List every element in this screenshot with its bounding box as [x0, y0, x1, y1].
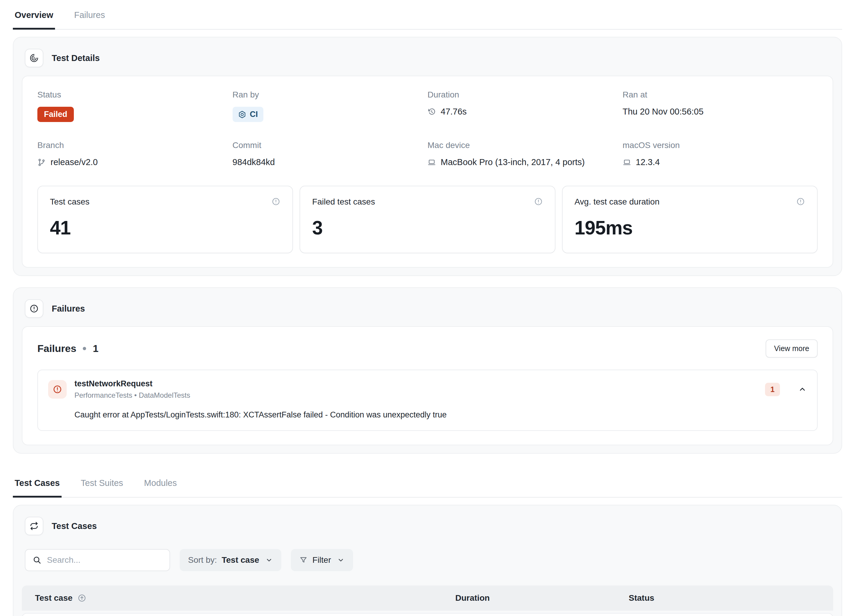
ci-badge: CI: [233, 107, 264, 122]
failure-count-badge: 1: [765, 383, 780, 396]
target-icon: [25, 49, 43, 67]
tab-modules[interactable]: Modules: [142, 475, 179, 498]
info-icon[interactable]: [534, 197, 543, 206]
field-mac-device: Mac device MacBook Pro (13-inch, 2017, 4…: [428, 141, 623, 167]
chevron-up-icon[interactable]: [798, 385, 807, 394]
failure-suites: PerformanceTests • DataModelTests: [74, 391, 190, 400]
test-cases-header: Test Cases: [25, 517, 833, 535]
clock-history-icon: [428, 108, 436, 116]
failures-card: Failures Failures 1 View more testNetwo: [13, 287, 842, 454]
git-branch-icon: [37, 158, 46, 167]
macos-version-value: 12.3.4: [636, 157, 660, 167]
failures-heading-row: Failures 1 View more: [37, 339, 818, 358]
funnel-icon: [299, 556, 308, 564]
table-header: Test case Duration Status: [22, 585, 833, 611]
sort-by-dropdown[interactable]: Sort by: Test case: [180, 549, 281, 571]
column-test-case: Test case: [35, 593, 455, 603]
metric-avg-duration: Avg. test case duration 195ms: [562, 186, 818, 253]
failure-item: testNetworkRequest PerformanceTests • Da…: [37, 369, 818, 431]
field-ran-at-label: Ran at: [623, 90, 818, 100]
failure-message: Caught error at AppTests/LoginTests.swif…: [74, 410, 807, 420]
search-input[interactable]: [47, 555, 162, 565]
metric-test-cases-label: Test cases: [50, 197, 89, 207]
failure-item-row[interactable]: testNetworkRequest PerformanceTests • Da…: [48, 379, 807, 400]
metric-test-cases: Test cases 41: [37, 186, 293, 253]
test-cases-toolbar: Sort by: Test case Filter: [25, 549, 833, 571]
failures-count: 1: [93, 343, 98, 354]
failures-heading: Failures: [37, 343, 76, 354]
field-commit: Commit 984dk84kd: [233, 141, 428, 167]
field-ran-by-label: Ran by: [233, 90, 428, 100]
content-tabbar: Test Cases Test Suites Modules: [13, 468, 842, 498]
test-details-card: Test Details Status Failed Ran by: [13, 37, 842, 276]
sort-asc-icon[interactable]: [77, 594, 86, 602]
ran-at-value: Thu 20 Nov 00:56:05: [623, 107, 704, 116]
info-icon[interactable]: [271, 197, 280, 206]
test-details-header: Test Details: [25, 49, 833, 67]
ci-badge-label: CI: [250, 110, 258, 119]
column-duration: Duration: [455, 593, 629, 603]
tab-failures[interactable]: Failures: [72, 7, 107, 30]
field-ran-at: Ran at Thu 20 Nov 00:56:05: [623, 90, 818, 122]
test-details-title: Test Details: [52, 53, 100, 63]
failures-title: Failures: [52, 304, 85, 314]
status-failed-badge: Failed: [37, 107, 74, 122]
metric-failed-value: 3: [312, 217, 542, 239]
duration-value: 47.76s: [441, 107, 467, 116]
field-commit-label: Commit: [233, 141, 428, 150]
laptop-icon: [623, 158, 631, 167]
tab-test-suites[interactable]: Test Suites: [79, 475, 125, 498]
sort-by-label: Sort by:: [188, 555, 217, 565]
search-box: [25, 549, 170, 571]
column-duration-label: Duration: [455, 593, 490, 603]
tab-test-cases[interactable]: Test Cases: [13, 475, 61, 498]
metric-avg-duration-label: Avg. test case duration: [575, 197, 659, 207]
details-grid: Status Failed Ran by CI: [37, 90, 818, 167]
sort-by-value: Test case: [222, 555, 259, 565]
test-cases-card: Test Cases Sort by: Test case: [13, 505, 842, 616]
test-details-panel: Status Failed Ran by CI: [22, 76, 833, 268]
column-status-label: Status: [629, 593, 654, 603]
tab-overview[interactable]: Overview: [13, 7, 55, 30]
filter-dropdown[interactable]: Filter: [291, 549, 353, 571]
test-cases-table: Test case Duration Status testCacheHit: [22, 585, 833, 616]
page-tabbar: Overview Failures: [13, 0, 842, 30]
field-duration: Duration 47.76s: [428, 90, 623, 122]
failure-name: testNetworkRequest: [74, 379, 190, 388]
metric-avg-duration-value: 195ms: [575, 217, 805, 239]
chevron-down-icon: [265, 556, 273, 564]
laptop-icon: [428, 158, 436, 167]
field-duration-label: Duration: [428, 90, 623, 100]
metric-cards: Test cases 41 Failed test cases: [37, 186, 818, 253]
metric-test-cases-value: 41: [50, 217, 280, 239]
view-more-button[interactable]: View more: [766, 339, 818, 358]
alert-circle-icon: [25, 299, 43, 318]
failures-header: Failures: [25, 299, 833, 318]
test-cases-title: Test Cases: [52, 521, 97, 531]
field-macos-version-label: macOS version: [623, 141, 818, 150]
branch-value: release/v2.0: [51, 157, 98, 167]
field-branch-label: Branch: [37, 141, 233, 150]
commit-value: 984dk84kd: [233, 157, 275, 167]
hexagon-ci-icon: [238, 110, 246, 119]
search-icon: [32, 556, 41, 565]
filter-label: Filter: [313, 555, 331, 565]
mac-device-value: MacBook Pro (13-inch, 2017, 4 ports): [441, 157, 585, 167]
field-status-label: Status: [37, 90, 233, 100]
metric-failed-test-cases: Failed test cases 3: [300, 186, 555, 253]
cycle-icon: [25, 517, 43, 535]
info-icon[interactable]: [796, 197, 805, 206]
field-macos-version: macOS version 12.3.4: [623, 141, 818, 167]
failure-texts: testNetworkRequest PerformanceTests • Da…: [74, 379, 190, 400]
field-ran-by: Ran by CI: [233, 90, 428, 122]
metric-failed-label: Failed test cases: [312, 197, 375, 207]
page: Overview Failures Test Details Status Fa…: [0, 0, 855, 616]
field-mac-device-label: Mac device: [428, 141, 623, 150]
alert-circle-icon: [48, 380, 67, 398]
column-status: Status: [629, 593, 820, 603]
dot-separator: [83, 347, 86, 350]
failures-panel: Failures 1 View more testNetworkRequest …: [22, 326, 833, 445]
table-row[interactable]: testCacheHit PerformanceTests • LoginTes…: [22, 613, 833, 616]
field-branch: Branch release/v2.0: [37, 141, 233, 167]
column-test-case-label: Test case: [35, 593, 73, 603]
